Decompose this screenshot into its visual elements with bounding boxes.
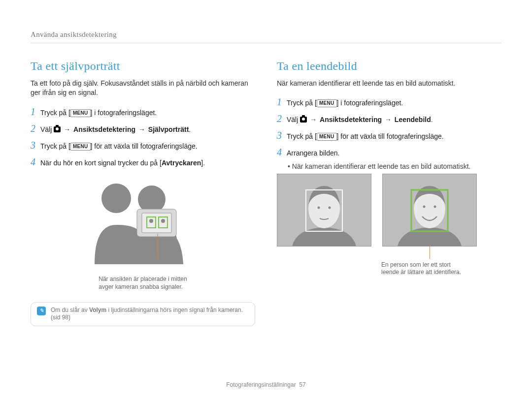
svg-point-16 — [423, 205, 426, 208]
step-1: 1 Tryck på [MENU] i fotograferingsläget. — [31, 105, 255, 119]
arrow-icon: → — [137, 125, 146, 133]
figure-selfportrait: När ansikten är placerade i mitten avger… — [31, 176, 255, 291]
column-right: Ta en leendebild När kameran identifiera… — [277, 58, 501, 326]
step-number: 4 — [31, 155, 40, 169]
selfportrait-illustration — [69, 176, 217, 272]
arrow-icon: → — [63, 125, 71, 133]
note-icon: ✎ — [37, 307, 46, 315]
step-2: 2 Välj → Ansiktsdetektering → Självportr… — [31, 122, 255, 135]
camera-mode-icon — [300, 117, 307, 123]
menu-button-icon: MENU — [70, 143, 91, 151]
step-4: 4 När du hör en kort signal trycker du p… — [31, 155, 255, 169]
callout-line — [430, 245, 430, 259]
menu-button-icon: MENU — [317, 133, 337, 141]
running-head: Använda ansiktsdetektering — [31, 30, 501, 43]
step-number: 4 — [277, 145, 287, 159]
step-4: 4 Arrangera bilden. — [277, 145, 501, 159]
figure-caption: När ansikten är placerade i mitten avger… — [99, 276, 187, 291]
note-text: Om du slår av Volym i ljudinställningarn… — [51, 307, 243, 322]
step-number: 3 — [277, 128, 287, 142]
section-title-selfportrait: Ta ett självporträtt — [31, 58, 255, 75]
svg-point-11 — [318, 206, 320, 209]
camera-mode-icon — [54, 126, 61, 132]
step-number: 1 — [277, 95, 287, 109]
option-face-detect: Ansiktsdetektering — [73, 125, 135, 133]
svg-point-0 — [101, 184, 131, 213]
arrow-icon: → — [309, 116, 318, 123]
lead-smile: När kameran identifierar ett leende tas … — [277, 79, 501, 89]
step-number: 2 — [277, 112, 287, 125]
svg-point-6 — [149, 219, 153, 223]
step-number: 3 — [31, 138, 40, 152]
thumb-smile — [382, 174, 477, 247]
shutter-label: Avtryckaren — [162, 159, 201, 167]
two-column-layout: Ta ett självporträtt Ta ett foto på dig … — [31, 58, 501, 326]
svg-point-12 — [329, 206, 331, 209]
manual-page: Använda ansiktsdetektering Ta ett självp… — [0, 0, 532, 401]
step-body: Välj → Ansiktsdetektering → Leendebild. — [287, 115, 501, 125]
sub-bullet: • När kameran identifierar ett leende ta… — [288, 162, 501, 172]
step-number: 1 — [31, 105, 40, 119]
option-smile: Leendebild — [395, 116, 431, 123]
smile-thumbnails — [277, 174, 501, 247]
step-body: Tryck på [MENU] för att växla till fotog… — [287, 132, 501, 142]
note-box-volume: ✎ Om du slår av Volym i ljudinställninga… — [31, 302, 255, 326]
page-footer: Fotograferingsinställningar 57 — [0, 381, 532, 389]
step-2: 2 Välj → Ansiktsdetektering → Leendebild… — [277, 112, 501, 125]
option-face-detect: Ansiktsdetektering — [320, 116, 382, 123]
step-number: 2 — [31, 122, 40, 135]
svg-point-7 — [161, 219, 165, 223]
option-selfportrait: Självporträtt — [148, 125, 189, 133]
section-title-smile: Ta en leendebild — [277, 58, 501, 75]
step-body: Välj → Ansiktsdetektering → Självporträt… — [40, 125, 255, 135]
step-body: Arrangera bilden. — [287, 149, 501, 158]
step-body: Tryck på [MENU] i fotograferingsläget. — [287, 98, 501, 108]
step-1: 1 Tryck på [MENU] i fotograferingsläget. — [277, 95, 501, 109]
svg-point-17 — [434, 205, 436, 208]
menu-button-icon: MENU — [317, 99, 337, 107]
steps-selfportrait: 1 Tryck på [MENU] i fotograferingsläget.… — [31, 105, 255, 169]
menu-button-icon: MENU — [70, 109, 91, 117]
step-3: 3 Tryck på [MENU] för att växla till fot… — [31, 138, 255, 152]
column-left: Ta ett självporträtt Ta ett foto på dig … — [31, 58, 255, 326]
lead-selfportrait: Ta ett foto på dig själv. Fokusavståndet… — [31, 79, 255, 98]
thumbs-caption: En person som ler ett stort leende är lä… — [381, 261, 501, 277]
arrow-icon: → — [384, 116, 393, 123]
step-body: Tryck på [MENU] i fotograferingsläget. — [40, 108, 255, 118]
step-body: Tryck på [MENU] för att växla till fotog… — [40, 142, 255, 152]
step-3: 3 Tryck på [MENU] för att växla till fot… — [277, 128, 501, 142]
step-body: När du hör en kort signal trycker du på … — [40, 158, 255, 168]
thumb-neutral — [277, 174, 371, 247]
steps-smile: 1 Tryck på [MENU] i fotograferingsläget.… — [277, 95, 501, 159]
